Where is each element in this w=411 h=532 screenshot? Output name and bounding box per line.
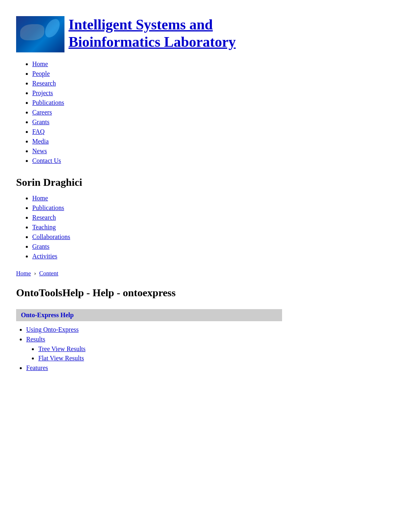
list-item: Tree View Results <box>38 345 395 353</box>
site-title-part1: Intelligent Systems and <box>68 17 213 33</box>
list-item: Contact Us <box>32 157 395 164</box>
help-section: Onto-Express Help Using Onto-Express Res… <box>16 309 395 372</box>
using-onto-express-link[interactable]: Using Onto-Express <box>26 326 79 333</box>
person-name: Sorin Draghici <box>16 177 395 189</box>
list-item: Features <box>26 364 395 372</box>
page-title: OntoToolsHelp - Help - ontoexpress <box>16 287 395 299</box>
breadcrumb-separator: › <box>34 270 36 276</box>
person-nav-link-grants[interactable]: Grants <box>32 243 50 250</box>
person-nav-link-research[interactable]: Research <box>32 214 56 221</box>
main-nav-list: HomePeopleResearchProjectsPublicationsCa… <box>24 60 395 164</box>
list-item: Grants <box>32 243 395 250</box>
main-nav-link-projects[interactable]: Projects <box>32 89 53 96</box>
main-nav-link-contact-us[interactable]: Contact Us <box>32 157 61 164</box>
main-navigation: HomePeopleResearchProjectsPublicationsCa… <box>24 60 395 164</box>
list-item: Publications <box>32 99 395 106</box>
list-item: News <box>32 148 395 155</box>
main-nav-link-research[interactable]: Research <box>32 80 56 87</box>
list-item: Research <box>32 214 395 221</box>
list-item: People <box>32 70 395 77</box>
tree-view-results-link[interactable]: Tree View Results <box>38 345 85 352</box>
main-nav-link-people[interactable]: People <box>32 70 50 77</box>
list-item: FAQ <box>32 128 395 135</box>
list-item: Teaching <box>32 224 395 231</box>
site-title-link[interactable]: Intelligent Systems and Bioinformatics L… <box>64 16 236 51</box>
list-item: Grants <box>32 118 395 126</box>
main-nav-link-careers[interactable]: Careers <box>32 109 52 116</box>
breadcrumb-content[interactable]: Content <box>39 270 58 276</box>
main-nav-link-grants[interactable]: Grants <box>32 118 50 125</box>
breadcrumb: Home › Content <box>16 270 395 277</box>
list-item: Activities <box>32 253 395 260</box>
main-nav-link-home[interactable]: Home <box>32 60 48 67</box>
list-item: Collaborations <box>32 233 395 241</box>
list-item: Careers <box>32 109 395 116</box>
list-item: Results Tree View Results Flat View Resu… <box>26 336 395 362</box>
features-link[interactable]: Features <box>26 364 48 371</box>
main-nav-link-faq[interactable]: FAQ <box>32 128 45 135</box>
help-header: Onto-Express Help <box>16 309 282 321</box>
person-nav-link-teaching[interactable]: Teaching <box>32 224 56 231</box>
list-item: Using Onto-Express <box>26 326 395 333</box>
list-item: Research <box>32 80 395 87</box>
person-nav-link-activities[interactable]: Activities <box>32 253 57 260</box>
main-nav-link-news[interactable]: News <box>32 148 47 154</box>
person-nav-link-collaborations[interactable]: Collaborations <box>32 233 70 240</box>
results-link[interactable]: Results <box>26 336 45 343</box>
breadcrumb-home[interactable]: Home <box>16 270 31 276</box>
list-item: Media <box>32 138 395 145</box>
person-nav-link-publications[interactable]: Publications <box>32 204 64 211</box>
flat-view-results-link[interactable]: Flat View Results <box>38 355 84 362</box>
person-nav-list: HomePublicationsResearchTeachingCollabor… <box>24 195 395 260</box>
person-navigation: HomePublicationsResearchTeachingCollabor… <box>24 195 395 260</box>
results-sub-list: Tree View Results Flat View Results <box>26 345 395 362</box>
person-nav-link-home[interactable]: Home <box>32 195 48 202</box>
list-item: Flat View Results <box>38 355 395 362</box>
site-title: Intelligent Systems and Bioinformatics L… <box>68 16 236 51</box>
site-header: Intelligent Systems and Bioinformatics L… <box>16 16 395 52</box>
list-item: Projects <box>32 89 395 97</box>
list-item: Home <box>32 60 395 68</box>
site-title-part2: Bioinformatics Laboratory <box>68 34 236 50</box>
help-list: Using Onto-Express Results Tree View Res… <box>16 326 395 372</box>
list-item: Publications <box>32 204 395 212</box>
main-nav-link-media[interactable]: Media <box>32 138 49 145</box>
site-logo <box>16 16 64 52</box>
main-nav-link-publications[interactable]: Publications <box>32 99 64 106</box>
list-item: Home <box>32 195 395 202</box>
